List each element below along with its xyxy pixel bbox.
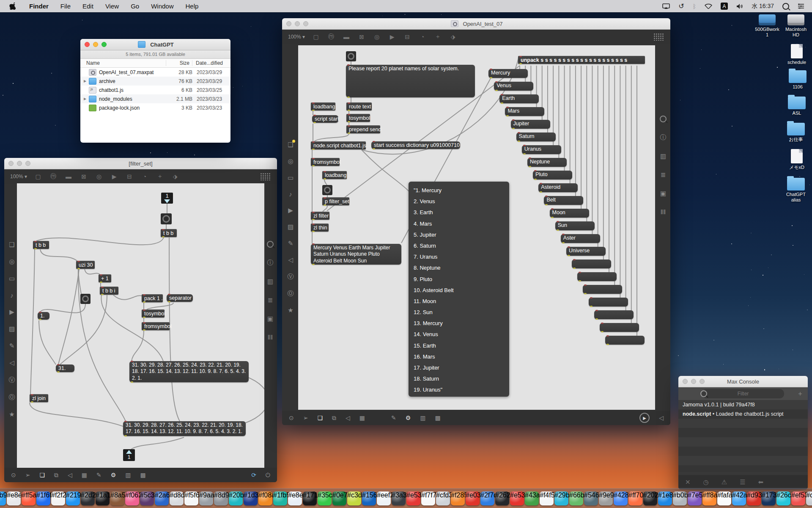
desktop-icon[interactable]: Macintosh HD (781, 14, 811, 38)
planet-message-box[interactable]: Universe (566, 247, 606, 256)
desktop-icon[interactable]: ASL (782, 97, 812, 116)
menu-item[interactable]: Window (145, 3, 179, 10)
playbar-icon[interactable]: ▶ (110, 173, 118, 180)
notification-center-icon[interactable] (798, 3, 804, 9)
window-controls[interactable] (8, 161, 30, 166)
spotlight-icon[interactable] (782, 3, 789, 10)
favorites-icon[interactable]: ★ (288, 306, 293, 314)
add-object-icon[interactable]: ＋ (433, 33, 442, 41)
column-date[interactable]: Date...dified (192, 60, 230, 66)
lock-icon[interactable]: ⊙ (289, 414, 294, 421)
comment-icon[interactable]: ▬ (342, 33, 351, 40)
dock-app-icon[interactable]: #d8dade (170, 491, 184, 505)
paint-icon[interactable]: ⬗ (449, 33, 457, 40)
search-icon[interactable] (267, 241, 274, 248)
vizzie-icon[interactable]: Ⓥ (288, 273, 294, 281)
file-row[interactable]: OpenAI_test_07.maxpat 28 KB 2023/03/29 (80, 68, 230, 77)
trigger-object[interactable]: t b b i (100, 287, 118, 295)
dock-app-icon[interactable]: #8d9298 (214, 491, 228, 505)
list-icon[interactable]: ≣ (268, 296, 273, 304)
dock-app-icon[interactable]: #35c94a (318, 491, 332, 505)
dock-app-icon[interactable]: #29b6d8 (554, 491, 568, 505)
dock-app-icon[interactable]: #202124 (643, 491, 657, 505)
layers-icon[interactable]: ⧉ (332, 414, 336, 422)
toggle-icon[interactable]: ⊠ (357, 33, 366, 40)
comment-bubble-icon[interactable]: ❏ (317, 414, 323, 421)
cursor-icon[interactable]: ➢ (303, 414, 308, 421)
bang-button[interactable] (346, 51, 356, 61)
comment-bubble-icon[interactable]: ❏ (39, 472, 45, 478)
dock-app-icon[interactable]: #1e88e5 (658, 491, 672, 505)
dock-app-icon[interactable]: #17355e (762, 491, 776, 505)
vizzie-icon[interactable]: Ⓥ (9, 376, 15, 384)
dock-app-icon[interactable]: #9aa0a6 (199, 491, 213, 505)
snapshot-icon[interactable]: ▣ (267, 315, 273, 323)
dock-app-icon[interactable]: #9e9e9e (599, 491, 613, 505)
airplay-display-icon[interactable] (662, 3, 670, 9)
dock-app-icon[interactable]: #43a047 (525, 491, 539, 505)
meter-icon[interactable]: ▥ (420, 414, 425, 421)
planet-message-box[interactable]: Venus (494, 82, 533, 91)
planet-message-box[interactable] (572, 260, 611, 268)
dock-app-icon[interactable]: #f2852a (451, 491, 465, 505)
dock-app-icon[interactable]: #f2f2f2 (51, 491, 65, 505)
search-icon[interactable] (660, 116, 667, 122)
openai-patch-canvas[interactable]: Please report 20 planet names of solar s… (298, 45, 655, 410)
file-row[interactable]: chatbot1.js 6 KB 2023/03/25 (80, 86, 230, 94)
planet-message-box[interactable]: Neptune (527, 158, 567, 167)
zoom-level[interactable]: 100% ▾ (10, 174, 27, 179)
paint-icon[interactable]: ⬗ (171, 173, 179, 180)
dock-app-icon[interactable]: #e5342e (510, 491, 524, 505)
dock-app-icon[interactable]: #1fb5a3 (273, 491, 287, 505)
dock-app-icon[interactable]: #ff7043 (628, 491, 642, 505)
planet-message-box[interactable] (600, 323, 639, 332)
dock-app-icon[interactable]: #f5f6f7 (184, 491, 198, 505)
pen-icon[interactable]: ✎ (9, 342, 15, 350)
dock-app-icon[interactable]: #c3d93f (347, 491, 361, 505)
dock-app-icon[interactable]: #5c3a6e (140, 491, 154, 505)
column-name[interactable]: Name (80, 60, 166, 66)
dial-icon[interactable]: ◔ (140, 173, 149, 180)
mixer-icon[interactable]: ǁǁ (661, 208, 666, 215)
list-icon[interactable]: ☰ (740, 478, 745, 486)
dock-app-icon[interactable]: #1d3a8f (244, 491, 258, 505)
dock-app-icon[interactable]: #26282b (495, 491, 509, 505)
console-titlebar[interactable]: Max Console (678, 376, 808, 387)
columns-icon[interactable]: ▥ (267, 278, 273, 285)
desktop-icon[interactable]: メモxD (782, 149, 812, 170)
dock-app-icon[interactable]: #f7f7f7 (421, 491, 435, 505)
desktop-icon[interactable]: schedule (782, 44, 812, 65)
package-icon[interactable]: ❑ (288, 141, 293, 149)
window-controls[interactable] (683, 379, 705, 384)
planet-list-panel[interactable]: "1. Mercury2. Venus3. Earth4. Mars5. Jup… (409, 182, 509, 397)
bang-button[interactable] (80, 294, 91, 304)
bluetooth-icon[interactable]: ᛒ (693, 3, 696, 10)
float-message[interactable]: 31. (56, 364, 74, 372)
tosymbol-object[interactable]: tosymbol (142, 309, 165, 318)
planet-message-box[interactable]: Uranus (522, 145, 561, 154)
dock-app-icon[interactable]: #2b9df0 (0, 491, 6, 505)
grid-toggle-icon[interactable] (260, 173, 271, 180)
file-row[interactable]: ▶ node_modules 2.1 MB 2023/03/23 (80, 94, 230, 103)
planet-message-box[interactable] (577, 272, 617, 281)
object-box-icon[interactable]: ▢ (312, 33, 320, 40)
finder-column-headers[interactable]: Name Size Date...dified (80, 59, 230, 68)
dock-app-icon[interactable]: #20b9c4 (229, 491, 243, 505)
file-row[interactable]: package-lock.json 3 KB 2023/03/23 (80, 103, 230, 112)
image-icon[interactable]: ▨ (288, 223, 294, 231)
speaker-icon[interactable]: ◁ (288, 256, 293, 264)
trigger-object[interactable]: t b b (161, 229, 177, 237)
planet-message-box[interactable]: Belt (544, 196, 583, 205)
clear-icon[interactable]: ✕ (685, 478, 691, 486)
list-icon[interactable]: ≣ (661, 171, 666, 179)
zoom-out-icon[interactable]: ⊙ (11, 472, 16, 478)
dock-app-icon[interactable]: #b0b6bc (673, 491, 687, 505)
audio-mute-icon[interactable]: ◁ (68, 472, 72, 478)
filter-patch-canvas[interactable]: 1 t b b t b b uzi 30 + 1 t b b i pack 1 … (17, 183, 264, 468)
menu-item[interactable]: Go (125, 3, 145, 10)
planet-message-box[interactable]: Jupiter (511, 120, 550, 129)
audio-icon[interactable]: ♪ (289, 190, 292, 198)
inspector-icon[interactable]: ⓘ (660, 133, 667, 141)
panel-icon[interactable]: ▭ (288, 174, 294, 182)
zl-thin-object[interactable]: zl thin (311, 224, 329, 232)
